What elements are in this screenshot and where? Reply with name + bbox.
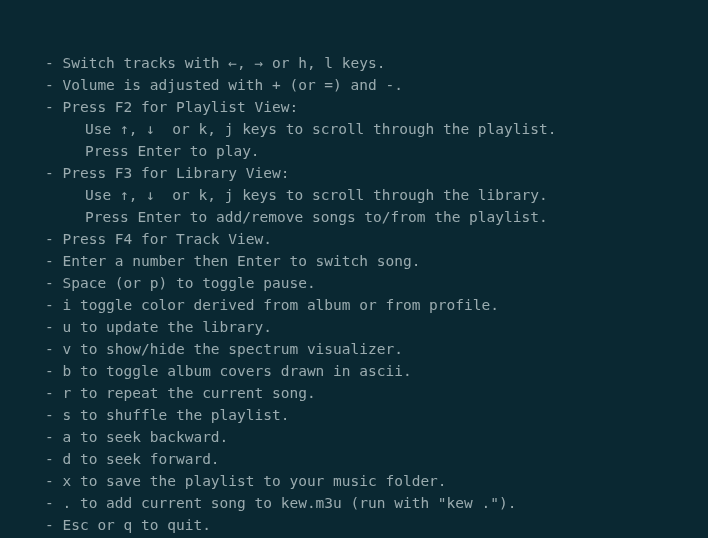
help-line: - Switch tracks with ←, → or h, l keys.	[0, 52, 708, 74]
help-line: - a to seek backward.	[0, 426, 708, 448]
help-line: - Press F4 for Track View.	[0, 228, 708, 250]
help-line: - s to shuffle the playlist.	[0, 404, 708, 426]
help-line: Use ↑, ↓ or k, j keys to scroll through …	[0, 184, 708, 206]
help-line: - i toggle color derived from album or f…	[0, 294, 708, 316]
help-line: - Press F3 for Library View:	[0, 162, 708, 184]
help-line: - Space (or p) to toggle pause.	[0, 272, 708, 294]
help-line: - u to update the library.	[0, 316, 708, 338]
help-line: - b to toggle album covers drawn in asci…	[0, 360, 708, 382]
help-line: - . to add current song to kew.m3u (run …	[0, 492, 708, 514]
help-line: - r to repeat the current song.	[0, 382, 708, 404]
help-line: - Volume is adjusted with + (or =) and -…	[0, 74, 708, 96]
help-line: - Press F2 for Playlist View:	[0, 96, 708, 118]
help-line: Press Enter to play.	[0, 140, 708, 162]
help-line: - Esc or q to quit.	[0, 514, 708, 536]
help-line: - d to seek forward.	[0, 448, 708, 470]
help-line: Use ↑, ↓ or k, j keys to scroll through …	[0, 118, 708, 140]
help-line: - x to save the playlist to your music f…	[0, 470, 708, 492]
help-line: - v to show/hide the spectrum visualizer…	[0, 338, 708, 360]
help-screen: - Switch tracks with ←, → or h, l keys.-…	[0, 0, 708, 538]
help-line: - Enter a number then Enter to switch so…	[0, 250, 708, 272]
help-lines: - Switch tracks with ←, → or h, l keys.-…	[0, 52, 708, 536]
help-line: Press Enter to add/remove songs to/from …	[0, 206, 708, 228]
